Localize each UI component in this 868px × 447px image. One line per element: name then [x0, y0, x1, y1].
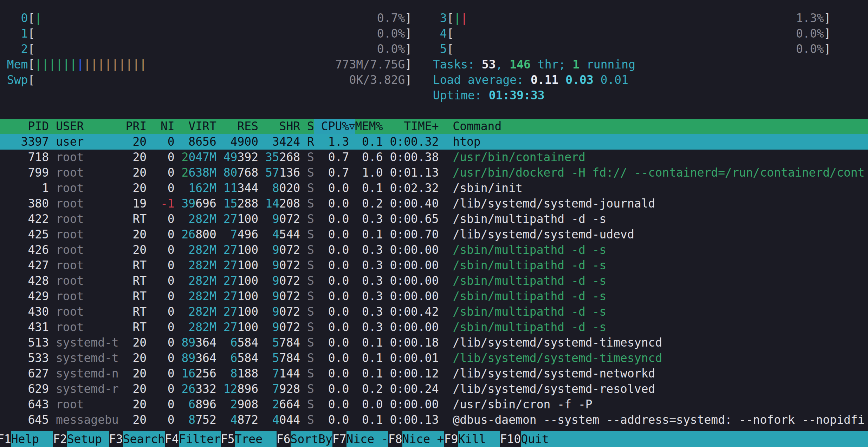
process-row[interactable]: 426root200282M271009072S0.0 0.30:00.00/s…: [0, 242, 868, 258]
mem-percent-cell: 0.3: [355, 273, 383, 289]
priority-cell: 20: [126, 412, 147, 428]
meter-open-bracket: [: [447, 26, 454, 41]
user-cell: root: [56, 242, 126, 258]
shr-cell: 9072: [265, 273, 300, 289]
process-row-selected[interactable]: 3397user200865649003424R1.3 0.10:00.32ht…: [0, 134, 868, 150]
process-row[interactable]: 513systemd-t2008936465845784S0.0 0.10:00…: [0, 335, 868, 350]
process-row[interactable]: 643root200689629082664S0.0 0.00:00.00/us…: [0, 397, 868, 412]
column-header-cpu[interactable]: CPU%: [314, 119, 349, 134]
state-cell: S: [307, 320, 314, 335]
priority-cell: 20: [126, 366, 147, 381]
fkey-nice-[interactable]: F8Nice +: [388, 431, 444, 447]
sort-column-highlight: CPU% ▽: [314, 119, 355, 134]
fkey-setup[interactable]: F2Setup: [53, 431, 109, 447]
cpu4-meter-value: 0.0%: [796, 26, 824, 41]
sort-gap: [349, 165, 355, 180]
column-header-shr[interactable]: SHR: [265, 119, 300, 134]
column-header-time[interactable]: TIME+: [383, 119, 439, 134]
meter-tick: |: [56, 57, 63, 72]
command-cell: /sbin/multipathd -d -s: [453, 258, 868, 273]
nice-cell: 0: [154, 335, 175, 350]
process-row[interactable]: 645messagebu200875248724044S0.0 0.10:00.…: [0, 412, 868, 428]
sort-gap: [349, 242, 355, 258]
state-cell: S: [307, 242, 314, 258]
res-cell: 27100: [224, 211, 258, 227]
meter-tick: |: [77, 57, 84, 72]
user-cell: root: [56, 227, 126, 242]
column-header-pri[interactable]: PRI: [126, 119, 147, 134]
fkey-kill[interactable]: F9Kill: [444, 431, 500, 447]
column-header-state[interactable]: S: [307, 119, 314, 134]
process-row[interactable]: 533systemd-t2008936465845784S0.0 0.10:00…: [0, 350, 868, 366]
fkey-sortby[interactable]: F6SortBy: [277, 431, 332, 447]
process-row[interactable]: 430rootRT0282M271009072S0.0 0.30:00.42/s…: [0, 304, 868, 320]
fkey-filter[interactable]: F4Filter: [165, 431, 221, 447]
column-header-res[interactable]: RES: [224, 119, 258, 134]
process-row[interactable]: 629systemd-r20026332128967928S0.0 0.20:0…: [0, 381, 868, 397]
fkey-tree[interactable]: F5Tree: [221, 431, 277, 447]
process-row[interactable]: 429rootRT0282M271009072S0.0 0.30:00.00/s…: [0, 289, 868, 304]
state-cell: S: [307, 258, 314, 273]
uptime: Uptime: 01:39:33: [419, 88, 868, 103]
state-cell: S: [307, 289, 314, 304]
sort-gap: [349, 304, 355, 320]
meter-tick: |: [461, 11, 468, 26]
cpu-percent-cell: 0.7: [314, 150, 349, 165]
sort-descending-icon: ▽: [349, 119, 355, 134]
column-header-command[interactable]: Command: [453, 119, 868, 134]
time-cell: 0:00.18: [383, 335, 439, 350]
process-row[interactable]: 422rootRT0282M271009072S0.0 0.30:00.65/s…: [0, 211, 868, 227]
process-row[interactable]: 425root2002680074964544S0.0 0.10:00.70/l…: [0, 227, 868, 242]
priority-cell: 20: [126, 180, 147, 196]
user-cell: root: [56, 165, 126, 180]
meter-open-bracket: [: [447, 41, 454, 57]
fkey-label: Nice +: [402, 431, 444, 447]
pid-cell: 380: [0, 196, 49, 211]
fkey-nice-[interactable]: F7Nice -: [332, 431, 388, 447]
cpu0-meter-value: 0.7%: [377, 11, 405, 26]
virt-cell: 282M: [182, 289, 216, 304]
meter-open-bracket: [: [28, 26, 35, 41]
memory-meter-label: Mem: [0, 57, 28, 72]
memory-meter: Mem[||||||||||||||||773M/7.75G]: [0, 57, 412, 72]
user-cell: root: [56, 150, 126, 165]
process-row[interactable]: 428rootRT0282M271009072S0.0 0.30:00.00/s…: [0, 273, 868, 289]
column-header-virt[interactable]: VIRT: [182, 119, 216, 134]
process-row[interactable]: 1root200162M113448020S0.0 0.10:02.32/sbi…: [0, 180, 868, 196]
process-row[interactable]: 718root2002047M4939235268S0.7 0.60:00.38…: [0, 150, 868, 165]
user-cell: systemd-t: [56, 350, 126, 366]
pid-cell: 718: [0, 150, 49, 165]
column-header-user[interactable]: USER: [56, 119, 126, 134]
command-cell: /usr/bin/containerd: [453, 150, 868, 165]
user-cell: root: [56, 304, 126, 320]
process-row[interactable]: 380root19-1396961528814208S0.0 0.20:00.4…: [0, 196, 868, 211]
res-cell: 4872: [224, 412, 258, 428]
fkey-help[interactable]: F1Help: [0, 431, 53, 447]
cpu5-meter: 5[0.0%]: [419, 41, 831, 57]
fkey-quit[interactable]: F10Quit: [500, 431, 868, 447]
fkey-number: F9: [444, 431, 458, 447]
column-header-ni[interactable]: NI: [154, 119, 175, 134]
meter-tick: |: [70, 57, 77, 72]
column-header-mem[interactable]: MEM%: [355, 119, 383, 134]
process-row[interactable]: 427rootRT0282M271009072S0.0 0.30:00.00/s…: [0, 258, 868, 273]
command-cell: /lib/systemd/systemd-timesyncd: [453, 350, 868, 366]
process-row[interactable]: 799root2002638M8076857136S0.7 1.00:01.13…: [0, 165, 868, 180]
command-cell: /usr/sbin/cron -f -P: [453, 397, 868, 412]
fkey-number: F3: [109, 431, 123, 447]
process-row[interactable]: 627systemd-n2001625681887144S0.0 0.10:00…: [0, 366, 868, 381]
pid-cell: 430: [0, 304, 49, 320]
pid-cell: 3397: [0, 134, 49, 150]
fkey-search[interactable]: F3Search: [109, 431, 165, 447]
virt-cell: 162M: [182, 180, 216, 196]
mem-percent-cell: 0.6: [355, 150, 383, 165]
sort-gap: [349, 180, 355, 196]
time-cell: 0:00.00: [383, 289, 439, 304]
fkey-label: SortBy: [291, 431, 332, 447]
mem-percent-cell: 1.0: [355, 165, 383, 180]
shr-cell: 9072: [265, 242, 300, 258]
process-row[interactable]: 431rootRT0282M271009072S0.0 0.30:00.00/s…: [0, 320, 868, 335]
pid-cell: 1: [0, 180, 49, 196]
meter-tick: |: [42, 57, 49, 72]
column-header-pid[interactable]: PID: [0, 119, 49, 134]
